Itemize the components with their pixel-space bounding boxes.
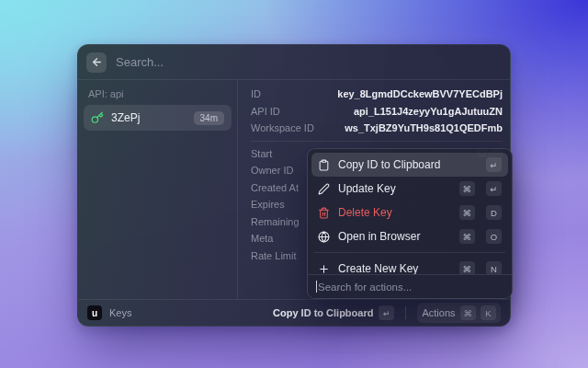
palette-footer: u Keys Copy ID to Clipboard ↵ Actions ⌘ … (78, 299, 510, 326)
footer-divider (405, 306, 406, 319)
menu-item-create-new-key[interactable]: Create New Key ⌘ N (311, 257, 508, 274)
menu-item-update-key[interactable]: Update Key ⌘ ↵ (311, 177, 508, 201)
actions-menu: Copy ID to Clipboard ↵ Update Key ⌘ ↵ De… (307, 148, 513, 299)
search-input[interactable]: Search... (116, 55, 164, 69)
menu-item-open-in-browser[interactable]: Open in Browser ⌘ O (311, 224, 508, 248)
detail-value: key_8LgmdDCckewBVV7YECdBPj (337, 88, 503, 99)
key-icon (91, 111, 104, 124)
key-name: 3ZePj (111, 111, 187, 124)
arrow-left-icon (91, 56, 103, 68)
detail-value: api_L151J4zeyyYu1gAJutuuZN (354, 106, 503, 117)
pencil-icon (318, 183, 330, 195)
key-expiry-badge: 34m (194, 111, 224, 125)
command-key-icon: ⌘ (459, 181, 476, 196)
command-key-icon: ⌘ (459, 261, 476, 274)
trash-icon (318, 207, 330, 219)
command-key-icon: ⌘ (459, 229, 476, 244)
menu-divider (314, 252, 505, 253)
detail-label: ID (251, 88, 337, 99)
footer-primary-action[interactable]: Copy ID to Clipboard ↵ (273, 305, 394, 320)
enter-key-icon: ↵ (486, 157, 502, 172)
command-key-icon: ⌘ (459, 205, 476, 220)
menu-item-delete-key[interactable]: Delete Key ⌘ D (311, 201, 508, 224)
k-key-icon: K (481, 305, 496, 320)
d-key-icon: D (486, 205, 502, 220)
page-label: Keys (109, 307, 266, 318)
back-button[interactable] (86, 52, 107, 73)
detail-row: IDkey_8LgmdDCckewBVV7YECdBPj (251, 86, 503, 103)
enter-key-icon: ↵ (486, 181, 502, 196)
detail-label: Workspace ID (251, 122, 345, 133)
menu-item-copy-id[interactable]: Copy ID to Clipboard ↵ (311, 153, 508, 177)
text-caret (316, 281, 317, 293)
actions-menu-button[interactable]: Actions ⌘ K (417, 303, 501, 323)
detail-row: Workspace IDws_TxjBZ9YuTH9s81Q1QEDFmb (251, 120, 503, 137)
globe-icon (318, 231, 330, 243)
plus-icon (318, 263, 330, 275)
enter-key-icon: ↵ (379, 305, 394, 320)
detail-row: API IDapi_L151J4zeyyYu1gAJutuuZN (251, 103, 503, 121)
sidebar: API: api 3ZePj 34m (78, 80, 238, 299)
unkey-logo: u (87, 305, 102, 320)
clipboard-icon (318, 159, 330, 171)
n-key-icon: N (486, 261, 502, 274)
sidebar-item-key[interactable]: 3ZePj 34m (84, 105, 232, 131)
palette-header: Search... (78, 45, 510, 80)
command-key-icon: ⌘ (460, 305, 477, 320)
detail-label: API ID (251, 106, 354, 117)
sidebar-group-label: API: api (88, 88, 232, 99)
o-key-icon: O (486, 229, 502, 244)
details-divider (251, 141, 503, 142)
actions-search-input[interactable]: Search for actions... (308, 274, 512, 298)
detail-value: ws_TxjBZ9YuTH9s81Q1QEDFmb (345, 122, 503, 133)
actions-menu-list: Copy ID to Clipboard ↵ Update Key ⌘ ↵ De… (308, 153, 512, 274)
